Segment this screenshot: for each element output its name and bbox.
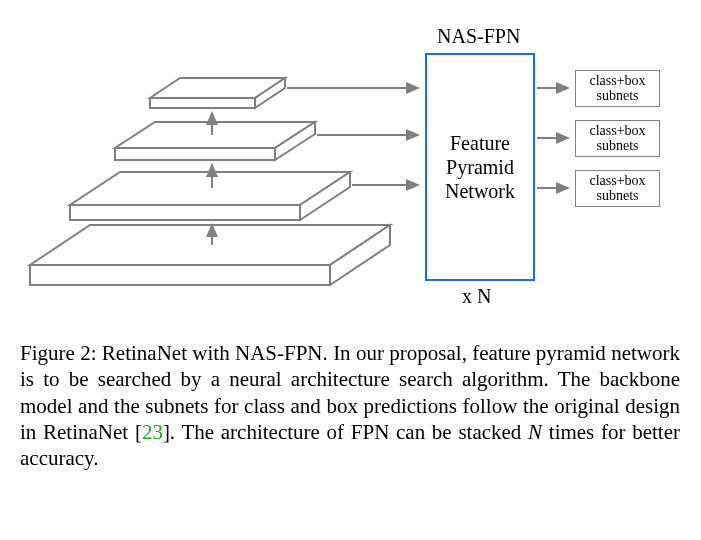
fpn-box-line2: Pyramid [427, 155, 533, 179]
svg-marker-7 [115, 148, 275, 160]
figure-caption: Figure 2: RetinaNet with NAS-FPN. In our… [20, 340, 680, 471]
subnet-box-2: class+box subnets [575, 120, 660, 157]
backbone-layer-1 [150, 78, 285, 108]
caption-text-2: ]. The architecture of FPN can be stacke… [163, 420, 528, 444]
subnet-box-1: class+box subnets [575, 70, 660, 107]
fpn-box-line1: Feature [427, 131, 533, 155]
backbone-layer-4 [30, 225, 390, 285]
subnet-box-3: class+box subnets [575, 170, 660, 207]
backbone-layer-3 [70, 172, 350, 220]
figure-diagram: NAS-FPN Feature Pyramid Network x N clas… [20, 20, 680, 330]
subnet-line2: subnets [578, 138, 657, 153]
subnet-line1: class+box [578, 173, 657, 188]
subnet-line2: subnets [578, 188, 657, 203]
subnet-line1: class+box [578, 123, 657, 138]
svg-marker-0 [30, 225, 390, 265]
fpn-box: Feature Pyramid Network [425, 53, 535, 281]
citation-link[interactable]: 23 [142, 420, 163, 444]
subnet-line2: subnets [578, 88, 657, 103]
fpn-box-line3: Network [427, 179, 533, 203]
nas-fpn-title: NAS-FPN [437, 25, 520, 48]
svg-marker-1 [30, 265, 330, 285]
subnet-line1: class+box [578, 73, 657, 88]
repeat-label: x N [462, 285, 491, 308]
svg-marker-10 [150, 98, 255, 108]
math-N: N [528, 420, 542, 444]
backbone-layer-2 [115, 122, 315, 160]
svg-marker-4 [70, 205, 300, 220]
